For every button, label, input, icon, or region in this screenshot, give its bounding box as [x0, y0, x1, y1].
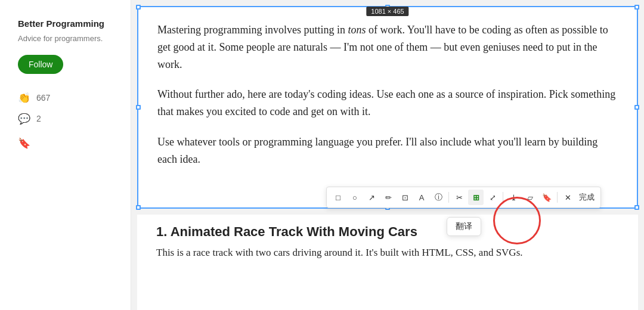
- translate-tooltip: 翻译: [447, 217, 481, 236]
- toolbar-ocr[interactable]: ⊞: [468, 190, 484, 205]
- toolbar-expand[interactable]: ⤢: [485, 190, 500, 205]
- toolbar-close[interactable]: ✕: [560, 190, 575, 205]
- publication-name: Better Programming: [18, 18, 119, 30]
- claps-count: 667: [36, 93, 50, 103]
- toolbar-arrow[interactable]: ↗: [364, 190, 379, 205]
- toolbar-box[interactable]: ⊡: [397, 190, 413, 205]
- toolbar-divider-3: [557, 192, 558, 203]
- sidebar: Better Programming Advice for programmer…: [0, 0, 131, 310]
- toolbar: □ ○ ↗ ✏ ⊡ A ⓘ ✂ ⊞ ⤢ ⤓ ▱ 🔖 ✕ 完成 翻译: [326, 187, 601, 208]
- comment-icon: 💬: [18, 113, 30, 125]
- toolbar-rect[interactable]: □: [330, 190, 346, 205]
- claps-stat[interactable]: 👏 667: [18, 92, 119, 104]
- article-text: Mastering programming involves putting i…: [157, 21, 618, 168]
- article-paragraph-2: Without further ado, here are today's co…: [157, 86, 618, 120]
- toolbar-text[interactable]: A: [414, 190, 429, 205]
- clap-icon: 👏: [18, 92, 30, 104]
- toolbar-done[interactable]: 完成: [577, 192, 597, 203]
- toolbar-window[interactable]: ▱: [522, 190, 538, 205]
- handle-bottom-right[interactable]: [634, 205, 639, 210]
- toolbar-divider-1: [448, 192, 449, 203]
- handle-mid-right[interactable]: [634, 105, 639, 110]
- bookmark-stat[interactable]: 🔖: [18, 134, 119, 150]
- toolbar-bookmark[interactable]: 🔖: [539, 190, 555, 205]
- content-area: 1081 × 465 Mastering programming involve…: [131, 0, 644, 310]
- handle-bottom-left[interactable]: [136, 205, 141, 210]
- handle-top-right[interactable]: [634, 5, 639, 10]
- article-paragraph-3: Use whatever tools or programming langua…: [157, 134, 618, 168]
- toolbar-info[interactable]: ⓘ: [431, 190, 446, 205]
- sidebar-stats: 👏 667 💬 2 🔖: [18, 92, 119, 150]
- bookmark-icon: 🔖: [18, 137, 30, 150]
- selected-region: 1081 × 465 Mastering programming involve…: [137, 6, 638, 209]
- toolbar-pen[interactable]: ✏: [380, 190, 396, 205]
- section-heading: 1. Animated Race Track With Moving Cars: [156, 224, 619, 240]
- dimension-badge: 1081 × 465: [366, 7, 408, 16]
- comments-count: 2: [36, 114, 41, 123]
- below-region: 1. Animated Race Track With Moving Cars …: [137, 215, 638, 310]
- article-paragraph-1: Mastering programming involves putting i…: [157, 21, 618, 73]
- toolbar-divider-2: [503, 192, 503, 203]
- toolbar-circle[interactable]: ○: [347, 190, 363, 205]
- section-body: This is a race track with two cars drivi…: [156, 244, 619, 261]
- publication-desc: Advice for programmers.: [18, 33, 119, 44]
- toolbar-download[interactable]: ⤓: [506, 190, 521, 205]
- handle-mid-left[interactable]: [136, 105, 141, 110]
- toolbar-scissors[interactable]: ✂: [451, 190, 467, 205]
- handle-top-left[interactable]: [136, 5, 141, 10]
- follow-button[interactable]: Follow: [18, 55, 63, 74]
- comments-stat[interactable]: 💬 2: [18, 113, 119, 125]
